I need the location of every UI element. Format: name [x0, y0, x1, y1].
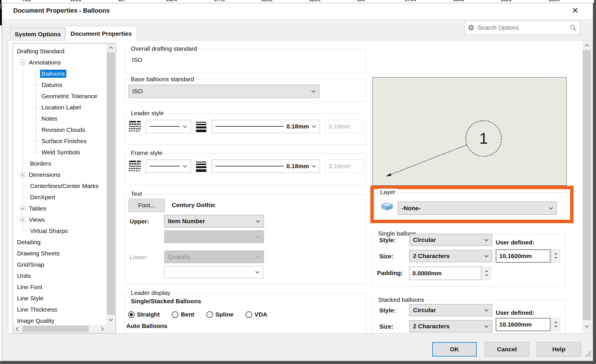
search-options-box[interactable]: ⚙ Search Options [465, 21, 580, 35]
tree-item[interactable]: Drawing Sheets [16, 248, 106, 259]
tree-item[interactable]: +Dimensions [20, 169, 106, 180]
tree-connector [22, 197, 27, 197]
lower-secondary-select[interactable] [164, 266, 263, 278]
radio-bent[interactable]: Bent [172, 311, 194, 318]
single-size-select[interactable]: 2 Characters [409, 250, 492, 262]
tree-item[interactable]: Location Label [34, 102, 106, 113]
tree-item[interactable]: Weld Symbols [34, 147, 106, 158]
base-balloons-standard-select[interactable]: ISO [129, 85, 319, 98]
single-stacked-balloons-label: Single/Stacked Balloons [131, 298, 201, 305]
dialog-scroll-down-button[interactable] [582, 322, 591, 331]
leader-line-style-select[interactable] [146, 120, 191, 133]
frame-line-thickness-select[interactable]: 0.18mm [212, 160, 320, 173]
tree-item[interactable]: Centerlines/Center Marks [22, 180, 106, 192]
tree-scroll-left-button[interactable] [13, 325, 21, 333]
frame-custom-thickness-field[interactable]: 0.18mm [325, 160, 364, 173]
tab-system-options[interactable]: System Options [10, 28, 65, 41]
radio-icon[interactable] [128, 311, 135, 318]
ruler-number: 254 [357, 0, 365, 2]
stacked-user-defined-field[interactable]: 10.1600mm [496, 318, 550, 331]
tree-item[interactable]: Line Thickness [16, 304, 106, 315]
size-label: Size: [379, 253, 393, 260]
tree-item[interactable]: Drafting Standard [16, 46, 106, 57]
upper-select[interactable]: Item Number [164, 215, 264, 227]
spinner-arrows-icon [554, 253, 558, 259]
stacked-style-select[interactable]: Circular [409, 304, 492, 316]
chevron-down-icon [255, 271, 260, 274]
line-sample [215, 166, 284, 166]
tree-scroll-down-button[interactable] [106, 316, 115, 324]
expand-icon[interactable]: + [20, 206, 25, 211]
ok-button-label: OK [450, 346, 459, 353]
radio-icon[interactable] [172, 311, 178, 318]
chevron-down-icon [256, 220, 260, 223]
tree-item[interactable]: Geometric Tolerance [34, 90, 106, 102]
cancel-button-label: Cancel [497, 346, 517, 353]
tree-hscroll-thumb[interactable] [22, 326, 89, 332]
tree-item[interactable]: Balloons [34, 68, 106, 79]
help-button-label: Help [552, 346, 565, 353]
layer-select[interactable]: -None- [398, 202, 557, 215]
stacked-size-select[interactable]: 2 Characters [409, 320, 492, 332]
single-user-defined-field[interactable]: 10.1600mm [496, 249, 550, 263]
search-icon[interactable] [570, 24, 577, 31]
tree-item[interactable]: Surface Finishes [34, 135, 106, 147]
tree-vscroll-thumb[interactable] [107, 52, 115, 315]
tree-item[interactable]: Detailing [16, 236, 106, 248]
svg-text:1: 1 [479, 130, 488, 147]
radio-straight[interactable]: Straight [128, 311, 160, 318]
dialog-vscroll-thumb[interactable] [583, 50, 591, 320]
tree-item[interactable]: DimXpert [22, 192, 106, 203]
tree-item[interactable]: −Annotations [20, 57, 106, 68]
expand-icon[interactable]: + [20, 217, 25, 222]
stacked-user-defined-stepper[interactable] [551, 318, 560, 331]
tree-item[interactable]: Borders [22, 158, 106, 169]
leader-custom-thickness-field[interactable]: 0.18mm [325, 120, 364, 133]
tree-scroll-right-button[interactable] [98, 325, 106, 333]
single-padding-field[interactable]: 0.0000mm [409, 267, 481, 280]
tree-item[interactable]: Line Style [16, 293, 106, 304]
padding-label: Padding: [377, 270, 403, 276]
balloon-preview-drawing: 1 [373, 77, 566, 185]
tree-item[interactable]: Datums [34, 79, 106, 90]
tree-item[interactable]: +Tables [20, 203, 106, 214]
tree-item[interactable]: Units [16, 270, 106, 281]
tab-document-properties[interactable]: Document Properties [65, 26, 137, 41]
chevron-down-icon [311, 90, 316, 93]
single-style-select[interactable]: Circular [409, 234, 492, 246]
collapse-icon[interactable]: − [20, 60, 25, 65]
expand-icon[interactable]: + [20, 172, 25, 177]
font-button[interactable]: Font... [129, 199, 165, 212]
tree-item[interactable]: Virtual Sharps [22, 225, 106, 236]
chevron-down-icon [484, 325, 489, 328]
radio-icon[interactable] [206, 311, 213, 318]
tree-item[interactable]: Line Font [16, 281, 106, 293]
spinner-arrows-icon [485, 270, 489, 277]
help-button[interactable]: Help [537, 342, 581, 357]
tree-item-label: Datums [40, 81, 64, 89]
chevron-right-icon [101, 327, 104, 331]
radio-vda[interactable]: VDA [246, 311, 267, 318]
single-user-defined-stepper[interactable] [551, 249, 560, 263]
tree-item[interactable]: Grid/Snap [16, 259, 106, 270]
chevron-down-icon [256, 256, 260, 258]
tree-item[interactable]: Notes [34, 113, 106, 124]
tree-item[interactable]: +Views [20, 214, 106, 225]
frame-line-style-select[interactable] [146, 160, 191, 173]
radio-spline[interactable]: Spline [206, 311, 233, 318]
search-input[interactable]: Search Options [477, 24, 567, 31]
tree-scroll-up-button[interactable] [106, 43, 115, 52]
cancel-button[interactable]: Cancel [485, 342, 529, 357]
close-icon[interactable]: ✕ [572, 6, 578, 15]
group-legend: Text [129, 190, 144, 197]
radio-icon[interactable] [246, 311, 252, 318]
tree-item-label: Dimensions [27, 171, 62, 179]
ruler-number: 101.8 [70, 0, 81, 2]
ok-button[interactable]: OK [432, 342, 477, 357]
tree-item[interactable]: Image Quality [16, 315, 106, 324]
tree-item[interactable]: Revision Clouds [34, 124, 106, 135]
dialog-scroll-up-button[interactable] [582, 41, 591, 50]
resize-grip-icon[interactable] [584, 350, 591, 357]
single-padding-stepper[interactable] [482, 267, 491, 280]
leader-line-thickness-select[interactable]: 0.18mm [212, 120, 320, 133]
